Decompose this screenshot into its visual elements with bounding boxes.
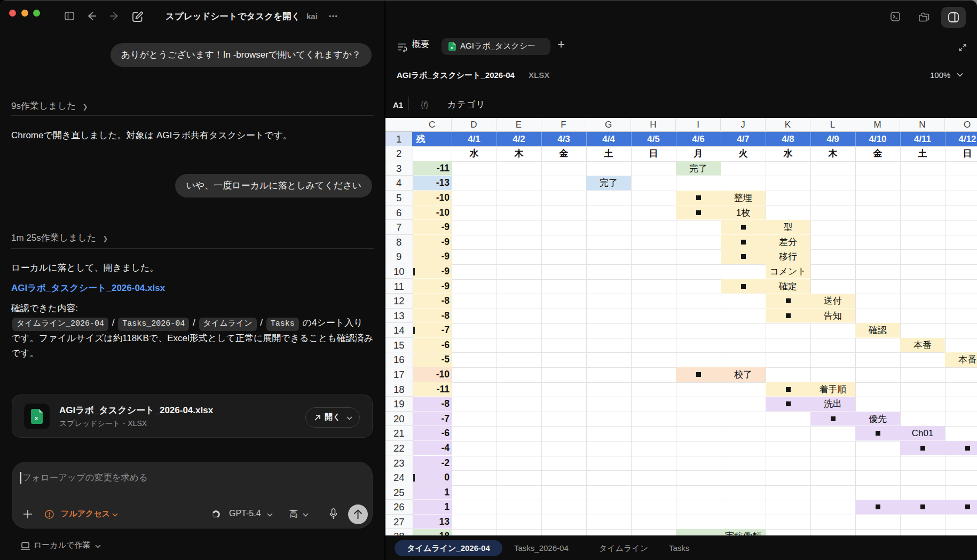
svg-text:x: x — [35, 415, 38, 421]
svg-text:x: x — [451, 45, 453, 50]
